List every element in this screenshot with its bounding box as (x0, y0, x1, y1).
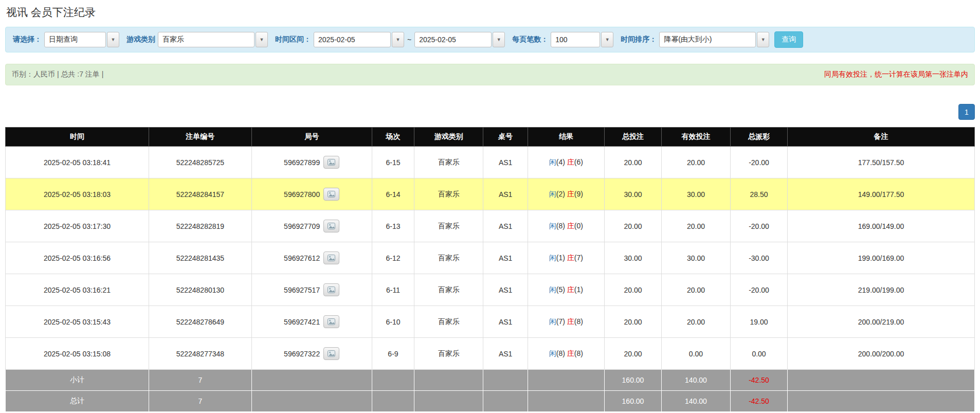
round-media-button[interactable] (323, 252, 339, 264)
chevron-down-icon: ▼ (260, 38, 264, 42)
subtotal-row: 小计7160.00140.00-42.50 (6, 370, 975, 391)
result-cell: 闲(4) 庄(6) (528, 147, 604, 178)
date-query-combobox: ▼ (44, 32, 119, 47)
time-sort-input[interactable] (659, 32, 756, 47)
result-player: 闲 (549, 349, 556, 357)
result-player-score: (5) (556, 285, 565, 294)
footer-remark-cell (788, 391, 975, 412)
game-type-label: 游戏类别 (126, 35, 155, 44)
filter-bar: 请选择： ▼ 游戏类别 ▼ 时间区间： ▼ ~ ▼ 每页笔数： ▼ 时间排序： … (5, 27, 975, 52)
table-row: 2025-02-05 03:17:30522248282819596927709… (6, 210, 975, 242)
chevron-down-icon: ▼ (761, 38, 766, 42)
footer-empty-cell (372, 370, 414, 391)
game-type-cell: 百家乐 (414, 338, 483, 370)
total-bet-cell[interactable]: 30.00 (604, 178, 661, 210)
remark-cell: 199.00/169.00 (788, 242, 975, 274)
total-bet-cell[interactable]: 20.00 (604, 210, 661, 242)
time-cell: 2025-02-05 03:18:41 (6, 147, 149, 178)
total-bet-cell[interactable]: 20.00 (604, 306, 661, 338)
footer-total-bet-cell: 160.00 (604, 370, 661, 391)
page-1-button[interactable]: 1 (958, 104, 975, 120)
date-from-input[interactable] (314, 32, 391, 47)
time-cell: 2025-02-05 03:17:30 (6, 210, 149, 242)
result-banker-score: (7) (574, 254, 583, 262)
total-bet-cell[interactable]: 20.00 (604, 338, 661, 370)
round-media-button[interactable] (323, 220, 339, 232)
total-bet-cell[interactable]: 20.00 (604, 274, 661, 306)
footer-empty-cell (528, 391, 604, 412)
bet-id-cell: 522248280130 (149, 274, 251, 306)
game-type-input[interactable] (158, 32, 255, 47)
date-to-input[interactable] (414, 32, 492, 47)
records-table: 时间 注单编号 局号 场次 游戏类别 桌号 结果 总投注 有效投注 总派彩 备注… (5, 127, 975, 412)
table-header-row: 时间 注单编号 局号 场次 游戏类别 桌号 结果 总投注 有效投注 总派彩 备注 (6, 128, 975, 147)
result-player-score: (4) (556, 158, 565, 166)
payout-cell: 0.00 (730, 338, 787, 370)
result-banker: 庄 (567, 254, 574, 262)
round-media-button[interactable] (323, 315, 339, 328)
round-number: 596927517 (284, 286, 320, 294)
footer-empty-cell (483, 391, 528, 412)
result-cell: 闲(5) 庄(1) (528, 274, 604, 306)
chevron-down-icon: ▼ (605, 38, 610, 42)
date-from-dropdown-button[interactable]: ▼ (392, 32, 404, 47)
footer-empty-cell (251, 391, 372, 412)
footer-empty-cell (414, 391, 483, 412)
col-header-result: 结果 (528, 128, 604, 147)
payout-cell: -20.00 (730, 210, 787, 242)
round-media-button[interactable] (323, 156, 339, 169)
remark-cell: 200.00/219.00 (788, 306, 975, 338)
date-query-dropdown-button[interactable]: ▼ (107, 32, 119, 47)
page-size-input[interactable] (551, 32, 600, 47)
round-media-button[interactable] (323, 188, 339, 201)
valid-bet-cell: 20.00 (662, 306, 731, 338)
round-number: 596927800 (284, 190, 320, 199)
footer-empty-cell (483, 370, 528, 391)
photo-icon (328, 159, 335, 166)
col-header-session: 场次 (372, 128, 414, 147)
footer-empty-cell (414, 370, 483, 391)
payout-cell: 28.50 (730, 178, 787, 210)
col-header-total-bet: 总投注 (604, 128, 661, 147)
total-bet-cell[interactable]: 30.00 (604, 242, 661, 274)
round-media-button[interactable] (323, 283, 339, 296)
total-bet-cell[interactable]: 20.00 (604, 147, 661, 178)
result-player-score: (2) (556, 190, 565, 198)
valid-bet-cell: 20.00 (662, 147, 731, 178)
time-sort-dropdown-button[interactable]: ▼ (757, 32, 769, 47)
result-banker: 庄 (567, 317, 574, 326)
table-no-cell: AS1 (483, 178, 528, 210)
table-no-cell: AS1 (483, 210, 528, 242)
round-number: 596927899 (284, 158, 320, 167)
result-player: 闲 (549, 222, 556, 230)
remark-cell: 219.00/199.00 (788, 274, 975, 306)
result-banker-score: (8) (574, 317, 583, 326)
photo-icon (328, 255, 335, 261)
result-player: 闲 (549, 285, 556, 294)
footer-total-bet-cell: 160.00 (604, 391, 661, 412)
time-cell: 2025-02-05 03:16:21 (6, 274, 149, 306)
col-header-remark: 备注 (788, 128, 975, 147)
search-button[interactable]: 查询 (774, 31, 803, 48)
footer-payout-cell: -42.50 (730, 370, 787, 391)
footer-count-cell: 7 (149, 391, 251, 412)
date-query-input[interactable] (44, 32, 106, 47)
table-row: 2025-02-05 03:16:21522248280130596927517… (6, 274, 975, 306)
date-to-dropdown-button[interactable]: ▼ (493, 32, 505, 47)
bet-id-cell: 522248285725 (149, 147, 251, 178)
payout-cell: -20.00 (730, 274, 787, 306)
result-banker-score: (8) (574, 349, 583, 357)
game-type-dropdown-button[interactable]: ▼ (256, 32, 268, 47)
session-cell: 6-15 (372, 147, 414, 178)
round-media-button[interactable] (323, 347, 339, 360)
photo-icon (328, 318, 335, 325)
footer-label-cell: 总计 (6, 391, 149, 412)
time-cell: 2025-02-05 03:18:03 (6, 178, 149, 210)
bet-id-cell: 522248282819 (149, 210, 251, 242)
time-sort-combobox: ▼ (659, 32, 769, 47)
payout-cell: -30.00 (730, 242, 787, 274)
photo-icon (328, 286, 335, 293)
table-header: 时间 注单编号 局号 场次 游戏类别 桌号 结果 总投注 有效投注 总派彩 备注 (6, 128, 975, 147)
page-size-dropdown-button[interactable]: ▼ (601, 32, 613, 47)
table-row: 2025-02-05 03:18:41522248285725596927899… (6, 147, 975, 178)
